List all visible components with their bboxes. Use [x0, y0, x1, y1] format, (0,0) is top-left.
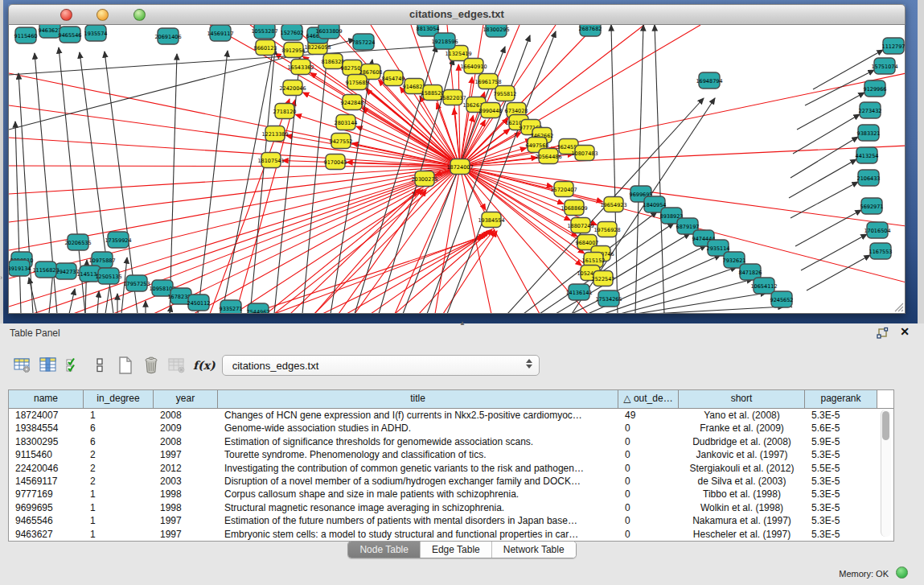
network-node[interactable]: 9245652 — [770, 291, 794, 307]
red-edge[interactable] — [9, 166, 460, 167]
network-node[interactable]: 20691406 — [154, 28, 181, 44]
network-node[interactable]: 12213389 — [261, 126, 288, 142]
close-panel-icon[interactable]: ✕ — [900, 325, 910, 338]
red-edge[interactable] — [9, 105, 460, 167]
function-builder-icon[interactable]: f(x) — [193, 359, 216, 372]
zoom-window-button[interactable] — [133, 9, 146, 21]
network-node[interactable]: 9129966 — [864, 80, 887, 97]
network-node[interactable]: 2718120 — [273, 104, 297, 119]
red-edge[interactable] — [9, 167, 460, 222]
network-node[interactable]: 15751074 — [871, 58, 897, 74]
network-node[interactable]: 22420046 — [279, 80, 306, 96]
network-node[interactable]: 9383321 — [857, 125, 881, 141]
show-column-icon[interactable] — [35, 353, 61, 377]
network-node[interactable]: 19654923 — [600, 197, 626, 212]
table-row[interactable]: 1872400712008Changes of HCN gene express… — [9, 409, 893, 422]
network-node[interactable]: 19384554 — [478, 212, 504, 228]
black-edge[interactable] — [793, 114, 860, 154]
black-edge[interactable] — [652, 307, 784, 313]
network-node[interactable]: 8912954 — [282, 43, 306, 58]
vertical-scrollbar[interactable] — [881, 410, 891, 537]
tab-edge-table[interactable]: Edge Table — [421, 542, 492, 558]
create-column-icon[interactable] — [113, 353, 138, 377]
float-panel-icon[interactable] — [876, 327, 889, 340]
column-header-in_degree[interactable]: in_degree — [84, 390, 154, 408]
network-node[interactable]: 17534265 — [595, 290, 622, 307]
network-node[interactable]: 2450112 — [187, 295, 211, 311]
red-edge[interactable] — [9, 73, 460, 167]
column-header-short[interactable]: short — [679, 390, 805, 408]
delete-column-icon[interactable] — [138, 353, 164, 377]
network-window[interactable]: citations_edges.txt 86601238912954182260… — [8, 4, 906, 314]
network-node[interactable]: 18107541 — [257, 153, 284, 168]
tab-network-table[interactable]: Network Table — [492, 542, 576, 558]
network-node[interactable]: 18724007 — [446, 159, 473, 175]
network-node[interactable]: 12505135 — [95, 268, 121, 284]
network-node[interactable]: 16640910 — [460, 59, 487, 74]
table-row[interactable]: 946362711997Embryonic stem cells: a mode… — [9, 528, 893, 541]
column-header-out_de[interactable]: △ out_de… — [618, 390, 679, 408]
black-edge[interactable] — [801, 234, 867, 270]
network-node[interactable]: 19756928 — [593, 222, 620, 237]
network-node[interactable]: 14136141 — [565, 284, 592, 300]
column-header-pagerank[interactable]: pagerank — [805, 390, 877, 408]
network-node[interactable]: 10688609 — [561, 200, 587, 216]
red-edge[interactable] — [154, 167, 460, 313]
table-row[interactable]: 969969511998Structural magnetic resonanc… — [9, 501, 893, 514]
network-node[interactable]: 2522547 — [592, 271, 615, 286]
network-node[interactable]: 9115460 — [14, 27, 38, 43]
network-node[interactable]: 19218596 — [431, 33, 458, 49]
black-edge[interactable] — [789, 159, 856, 198]
network-node[interactable]: 1112797 — [882, 38, 905, 54]
table-row[interactable]: 1456911722003Disruption of a novel membe… — [9, 475, 893, 488]
table-row[interactable]: 2242004622012Investigating the contribut… — [9, 462, 893, 475]
network-node[interactable]: 18300295 — [483, 25, 509, 37]
minimize-window-button[interactable] — [97, 9, 109, 21]
table-row[interactable]: 911546021997Tourette syndrome. Phenomeno… — [9, 448, 893, 461]
table-row[interactable]: 946554611997Estimation of the future num… — [9, 514, 893, 527]
black-edge[interactable] — [635, 25, 643, 313]
network-node[interactable]: 20300275 — [411, 171, 437, 187]
network-node[interactable]: 9170043 — [324, 154, 347, 170]
network-node[interactable]: 7955812 — [494, 86, 517, 101]
black-edge[interactable] — [15, 122, 21, 313]
black-edge[interactable] — [791, 137, 858, 178]
network-node[interactable]: 8990448 — [479, 103, 503, 118]
network-node[interactable]: 8660123 — [254, 40, 277, 56]
black-edge[interactable] — [797, 93, 864, 130]
black-edge[interactable] — [620, 279, 753, 313]
table-row[interactable]: 1938455462009Genome-wide association stu… — [9, 422, 893, 435]
black-edge[interactable] — [791, 182, 858, 218]
tab-node-table[interactable]: Node Table — [348, 542, 421, 558]
black-edge[interactable] — [604, 267, 737, 313]
table-row[interactable]: 977716911998Corpus callosum shape and si… — [9, 488, 893, 501]
network-node[interactable]: 9175685 — [346, 75, 369, 90]
network-node[interactable]: 5692971 — [860, 198, 884, 214]
network-node[interactable]: 9427552 — [330, 134, 353, 149]
network-node[interactable]: 16948794 — [696, 72, 722, 89]
network-window-titlebar[interactable]: citations_edges.txt — [8, 4, 906, 25]
network-node[interactable]: 16033809 — [315, 25, 342, 39]
network-node[interactable]: 7544962 — [247, 303, 270, 313]
network-node[interactable]: 2273432 — [859, 102, 882, 118]
resize-grip-icon[interactable] — [893, 301, 904, 312]
select-columns-icon[interactable] — [61, 353, 87, 377]
column-header-title[interactable]: title — [218, 390, 618, 408]
red-edge[interactable] — [339, 190, 426, 313]
network-node[interactable]: 9242848 — [341, 95, 364, 110]
network-node[interactable]: 9465546 — [59, 27, 82, 43]
black-edge[interactable] — [807, 255, 870, 290]
network-node[interactable]: 2687682 — [579, 25, 602, 36]
network-node[interactable]: 2803144 — [335, 115, 358, 130]
black-edge[interactable] — [250, 48, 275, 313]
network-node[interactable]: 10553287 — [251, 25, 277, 39]
network-node[interactable]: 3919134 — [9, 260, 31, 276]
network-node[interactable]: 14569117 — [207, 25, 233, 41]
network-node[interactable]: 15720407 — [550, 182, 577, 197]
network-node[interactable]: 1167553 — [869, 243, 893, 259]
network-canvas[interactable]: 8660123891295418226058165433628186328982… — [8, 25, 906, 314]
table-mode-icon[interactable] — [10, 353, 35, 377]
black-edge[interactable] — [97, 291, 99, 313]
network-node[interactable]: 20206535 — [64, 234, 91, 250]
close-window-button[interactable] — [60, 9, 72, 21]
